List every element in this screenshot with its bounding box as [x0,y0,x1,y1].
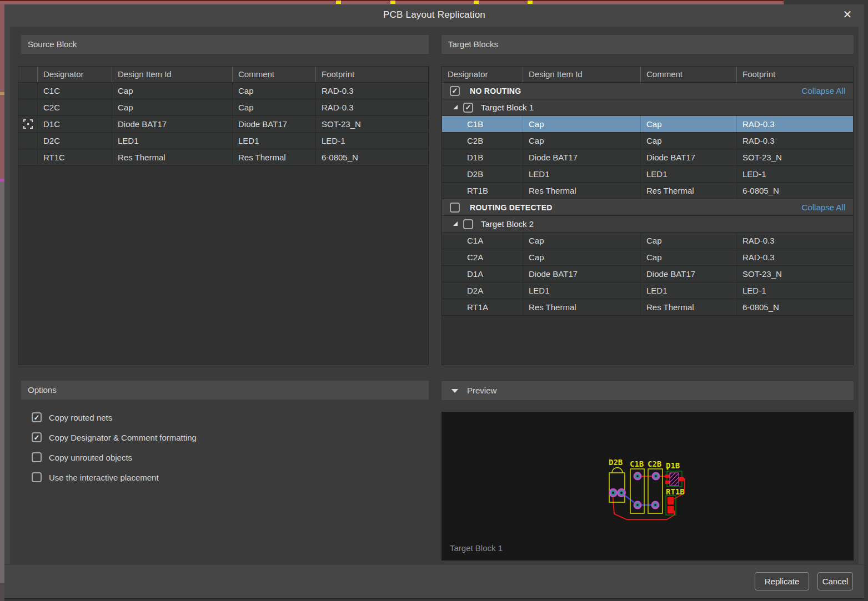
column-header-designator[interactable]: Designator [37,67,112,82]
silkscreen-label: RT1B [666,487,685,496]
source-table-header: Designator Design Item Id Comment Footpr… [18,67,428,83]
backdrop-pad [336,1,341,4]
checkbox[interactable]: ✓ [463,219,473,229]
cell-comment: Res Thermal [232,149,315,165]
component-d2b [609,468,625,503]
backdrop-segment [0,181,4,583]
cell-footprint: SOT-23_N [315,116,428,132]
table-row[interactable]: D1A Diode BAT17 Diode BAT17 SOT-23_N [442,266,853,282]
table-row[interactable]: D2A LED1 LED1 LED-1 [442,282,853,299]
cell-designator: RT1A [442,299,523,315]
cancel-button[interactable]: Cancel [817,572,853,590]
group-row-no-routing[interactable]: ✓ NO ROUTING Collapse All [442,83,853,99]
pcb-layout-replication-dialog: PCB Layout Replication ✕ Source Block De… [4,4,864,599]
cell-comment: Res Thermal [640,299,736,315]
cell-footprint: RAD-0.3 [736,133,853,149]
cell-comment: LED1 [640,282,736,299]
close-icon[interactable]: ✕ [840,7,855,22]
cell-design-item-id: Cap [523,249,640,265]
column-header-comment[interactable]: Comment [232,67,315,82]
block-row-target-block-2[interactable]: ✓ Target Block 2 [442,216,853,233]
table-row[interactable]: C2C Cap Cap RAD-0.3 [18,99,428,116]
table-row[interactable]: D1C Diode BAT17 Diode BAT17 SOT-23_N [18,116,428,133]
table-row[interactable]: C1C Cap Cap RAD-0.3 [18,83,428,99]
checkbox[interactable]: ✓ [450,203,460,213]
cell-comment: Diode BAT17 [640,266,736,282]
cell-footprint: SOT-23_N [736,149,853,165]
checkbox[interactable]: ✓ [32,472,42,482]
option-copy-routed-nets[interactable]: ✓ Copy routed nets [32,411,112,423]
column-header-designator[interactable]: Designator [442,67,523,82]
checkbox[interactable]: ✓ [32,412,42,422]
table-row[interactable]: D1B Diode BAT17 Diode BAT17 SOT-23_N [442,149,853,166]
checkbox[interactable]: ✓ [450,86,460,96]
cell-footprint: LED-1 [736,166,853,182]
cell-design-item-id: Cap [112,99,232,115]
cell-designator: RT1C [37,149,112,165]
backdrop-left-strip [0,4,4,601]
cell-designator: C1B [442,116,523,132]
column-header-comment[interactable]: Comment [640,67,736,82]
tree-expanded-icon[interactable] [453,105,458,109]
option-label: Copy unrouted objects [49,453,132,462]
cell-comment: LED1 [232,133,315,149]
cell-footprint: LED-1 [315,133,428,149]
silkscreen-label: D1B [666,461,680,470]
table-row[interactable]: C1A Cap Cap RAD-0.3 [442,233,853,249]
column-header-design-item-id[interactable]: Design Item Id [112,67,232,82]
cell-footprint: RAD-0.3 [736,249,853,265]
tree-expanded-icon[interactable] [453,221,458,226]
group-row-routing-detected[interactable]: ✓ ROUTING DETECTED Collapse All [442,199,853,216]
table-row[interactable]: RT1C Res Thermal Res Thermal 6-0805_N [18,149,428,166]
group-label: ROUTING DETECTED [470,203,553,212]
component-d1b [665,468,684,487]
preview-caption: Target Block 1 [450,543,503,553]
collapse-all-link[interactable]: Collapse All [802,86,845,95]
table-row[interactable]: D2B LED1 LED1 LED-1 [442,166,853,183]
backdrop-pad [390,1,395,4]
table-row[interactable]: D2C LED1 LED1 LED-1 [18,133,428,149]
column-header-design-item-id[interactable]: Design Item Id [523,67,640,82]
column-header-spacer [18,67,37,82]
cell-designator: D2B [442,166,523,182]
cell-design-item-id: Res Thermal [523,183,640,199]
collapse-all-link[interactable]: Collapse All [802,203,845,212]
cell-design-item-id: Cap [112,83,232,99]
table-row[interactable]: C2B Cap Cap RAD-0.3 [442,133,853,149]
column-header-footprint[interactable]: Footprint [736,67,853,82]
row-icon-cell [18,133,37,149]
table-row[interactable]: RT1B Res Thermal Res Thermal 6-0805_N [442,183,853,199]
table-row[interactable]: C2A Cap Cap RAD-0.3 [442,249,853,266]
checkbox[interactable]: ✓ [32,432,42,442]
option-copy-unrouted-objects[interactable]: ✓ Copy unrouted objects [32,451,132,463]
cell-footprint: SOT-23_N [736,266,853,282]
column-header-footprint[interactable]: Footprint [315,67,428,82]
backdrop-pad [474,1,479,4]
target-table-header: Designator Design Item Id Comment Footpr… [442,67,853,83]
option-copy-formatting[interactable]: ✓ Copy Designator & Comment formatting [32,431,197,443]
silkscreen-label: C2B [648,459,661,468]
cell-designator: D1A [442,266,523,282]
cell-design-item-id: Diode BAT17 [112,116,232,132]
block-row-target-block-1[interactable]: ✓ Target Block 1 [442,99,853,116]
table-row-selected[interactable]: C1B Cap Cap RAD-0.3 [442,116,853,133]
cell-designator: D2A [442,282,523,299]
preview-header-label: Preview [467,381,496,400]
replicate-button[interactable]: Replicate [755,572,809,590]
table-row[interactable]: RT1A Res Thermal Res Thermal 6-0805_N [442,299,853,316]
backdrop-segment [0,92,4,95]
option-interactive-placement[interactable]: ✓ Use the interactive placement [32,471,159,483]
cell-footprint: RAD-0.3 [315,99,428,115]
cell-designator: C2B [442,133,523,149]
preview-header[interactable]: Preview [441,381,854,400]
checkbox[interactable]: ✓ [32,452,42,462]
dialog-footer: Replicate Cancel [4,564,864,598]
cell-comment: Cap [640,249,736,265]
silkscreen-label: C1B [630,459,644,468]
collapse-arrow-icon[interactable] [451,389,458,393]
options-header: Options [21,381,429,400]
cell-comment: Res Thermal [640,183,736,199]
checkbox[interactable]: ✓ [463,103,473,113]
silkscreen-label: D2B [609,458,623,467]
cell-designator: D1B [442,149,523,165]
